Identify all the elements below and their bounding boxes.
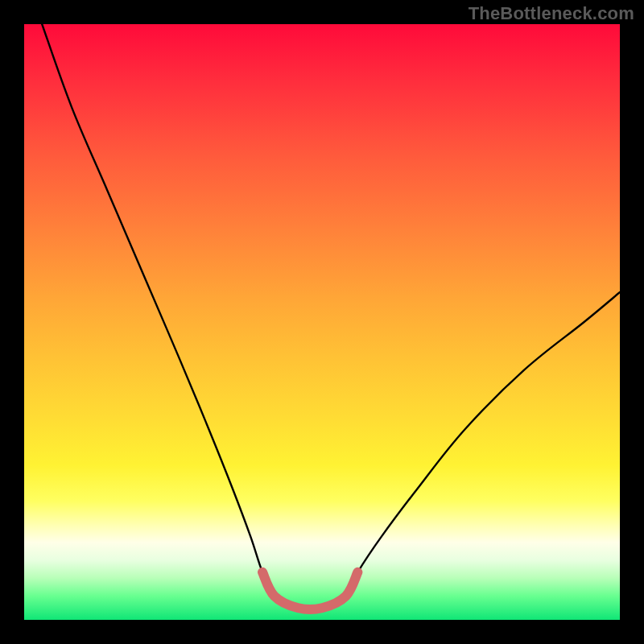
watermark-text: TheBottleneck.com <box>469 3 634 24</box>
highlight-valley <box>262 572 357 609</box>
curve-layer <box>24 24 620 620</box>
chart-frame: TheBottleneck.com <box>0 0 644 644</box>
plot-area <box>24 24 620 620</box>
bottleneck-curve <box>42 24 620 609</box>
